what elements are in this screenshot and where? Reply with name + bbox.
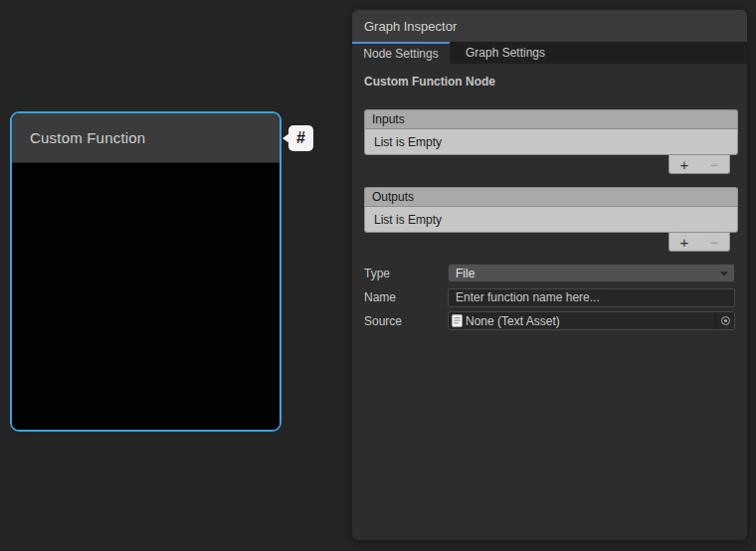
panel-header[interactable]: Graph Inspector bbox=[352, 10, 747, 42]
inputs-empty-text: List is Empty bbox=[374, 135, 442, 149]
outputs-remove-button[interactable]: − bbox=[701, 234, 727, 251]
name-label: Name bbox=[364, 290, 448, 304]
outputs-add-button[interactable]: + bbox=[671, 234, 697, 251]
inputs-list-footer: + − bbox=[668, 155, 730, 174]
property-rows: Type File Name Source bbox=[364, 264, 738, 330]
outputs-list-footer: + − bbox=[668, 233, 730, 252]
inputs-list-header[interactable]: Inputs bbox=[364, 109, 738, 128]
node-preview-body bbox=[12, 163, 280, 432]
badge-tail bbox=[283, 133, 289, 143]
inputs-list: Inputs List is Empty + − bbox=[364, 109, 738, 174]
inputs-list-title: Inputs bbox=[372, 112, 405, 126]
type-dropdown[interactable]: File bbox=[448, 264, 735, 282]
panel-title: Graph Inspector bbox=[364, 19, 457, 34]
outputs-list-title: Outputs bbox=[372, 190, 414, 204]
tab-graph-settings[interactable]: Graph Settings bbox=[450, 42, 561, 64]
inputs-remove-button[interactable]: − bbox=[701, 156, 727, 173]
source-label: Source bbox=[364, 314, 448, 328]
function-name-input[interactable] bbox=[448, 288, 735, 307]
outputs-list: Outputs List is Empty + − bbox=[364, 187, 738, 252]
inputs-list-body: List is Empty bbox=[364, 128, 738, 155]
inputs-add-button[interactable]: + bbox=[671, 156, 697, 173]
section-title: Custom Function Node bbox=[364, 75, 738, 89]
type-dropdown-value: File bbox=[456, 267, 474, 280]
type-row: Type File bbox=[364, 264, 738, 282]
source-row: Source None (Text Asset) bbox=[364, 311, 738, 330]
tab-node-settings-label: Node Settings bbox=[363, 47, 438, 61]
node-title: Custom Function bbox=[30, 129, 145, 146]
hash-icon: # bbox=[296, 129, 305, 147]
source-object-value: None (Text Asset) bbox=[466, 314, 715, 328]
graph-inspector-panel: Graph Inspector Node Settings Graph Sett… bbox=[352, 10, 747, 540]
source-object-field[interactable]: None (Text Asset) bbox=[448, 311, 735, 330]
custom-function-node[interactable]: Custom Function bbox=[10, 111, 282, 432]
tab-node-settings[interactable]: Node Settings bbox=[352, 42, 450, 64]
name-row: Name bbox=[364, 287, 738, 306]
node-title-bar[interactable]: Custom Function bbox=[12, 113, 280, 163]
inspector-content: Custom Function Node Inputs List is Empt… bbox=[352, 75, 747, 330]
text-asset-icon bbox=[452, 314, 463, 327]
node-hash-badge[interactable]: # bbox=[288, 125, 313, 151]
chevron-down-icon bbox=[720, 272, 728, 276]
outputs-list-body: List is Empty bbox=[364, 206, 738, 233]
type-label: Type bbox=[364, 267, 448, 280]
object-picker-icon[interactable] bbox=[715, 312, 734, 329]
outputs-list-header[interactable]: Outputs bbox=[364, 187, 738, 206]
inspector-tabbar: Node Settings Graph Settings bbox=[352, 42, 747, 64]
tab-graph-settings-label: Graph Settings bbox=[466, 46, 545, 60]
outputs-empty-text: List is Empty bbox=[374, 213, 442, 227]
